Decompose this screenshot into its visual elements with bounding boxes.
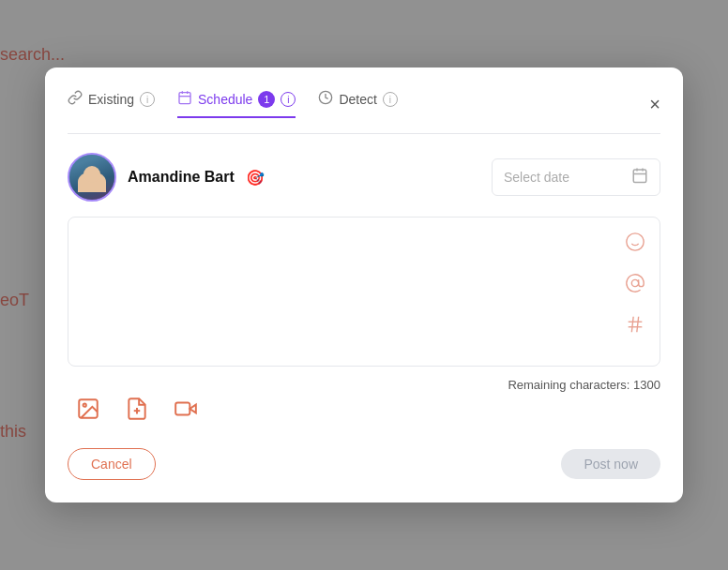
emoji-icon[interactable] (622, 229, 648, 255)
modal-footer: Cancel Post now (68, 448, 660, 480)
user-info: Amandine Bart 🎯 (68, 153, 265, 202)
hashtag-icon[interactable] (622, 311, 648, 338)
video-upload-icon[interactable] (169, 392, 203, 426)
date-picker[interactable]: Select date (492, 158, 660, 196)
avatar-image (69, 155, 114, 200)
user-row: Amandine Bart 🎯 Select date (68, 153, 660, 202)
svg-line-16 (637, 317, 639, 333)
cancel-button[interactable]: Cancel (68, 448, 156, 480)
modal-header: Existing i Schedule 1 i (68, 90, 660, 118)
document-upload-icon[interactable] (120, 392, 154, 426)
schedule-icon (177, 90, 192, 109)
user-emoji: 🎯 (246, 169, 265, 187)
post-textarea[interactable] (80, 229, 648, 341)
tab-existing[interactable]: Existing i (68, 90, 155, 118)
bottom-toolbar (68, 392, 660, 426)
tab-schedule-label: Schedule (198, 92, 252, 107)
tab-schedule-info[interactable]: i (281, 92, 296, 107)
modal-dialog: Existing i Schedule 1 i (45, 68, 683, 502)
svg-rect-21 (175, 403, 190, 415)
post-text-container (68, 217, 660, 367)
svg-point-18 (83, 404, 86, 407)
post-now-button[interactable]: Post now (561, 449, 660, 479)
calendar-icon (631, 167, 648, 188)
tab-detect-info[interactable]: i (383, 92, 398, 107)
tab-detect[interactable]: Detect i (318, 90, 397, 118)
tab-detect-label: Detect (339, 92, 376, 107)
user-name: Amandine Bart (128, 169, 235, 186)
clock-icon (318, 90, 333, 109)
date-placeholder-text: Select date (504, 170, 624, 185)
svg-rect-5 (633, 170, 646, 183)
side-icon-bar (622, 229, 648, 338)
tab-bar: Existing i Schedule 1 i (68, 90, 398, 118)
avatar (68, 153, 116, 202)
svg-line-15 (631, 317, 633, 333)
tab-existing-info[interactable]: i (140, 92, 155, 107)
mention-icon[interactable] (622, 270, 648, 296)
tab-schedule-badge: 1 (258, 91, 275, 108)
char-count: Remaining characters: 1300 (68, 378, 660, 392)
svg-rect-0 (179, 93, 190, 104)
tab-divider (68, 133, 660, 134)
avatar-person (69, 155, 114, 200)
tab-existing-label: Existing (88, 92, 134, 107)
svg-point-12 (631, 279, 638, 286)
tab-schedule[interactable]: Schedule 1 i (177, 90, 296, 118)
link-icon (68, 90, 83, 109)
close-button[interactable]: × (649, 95, 660, 113)
photo-upload-icon[interactable] (71, 392, 105, 426)
svg-point-9 (627, 233, 644, 250)
